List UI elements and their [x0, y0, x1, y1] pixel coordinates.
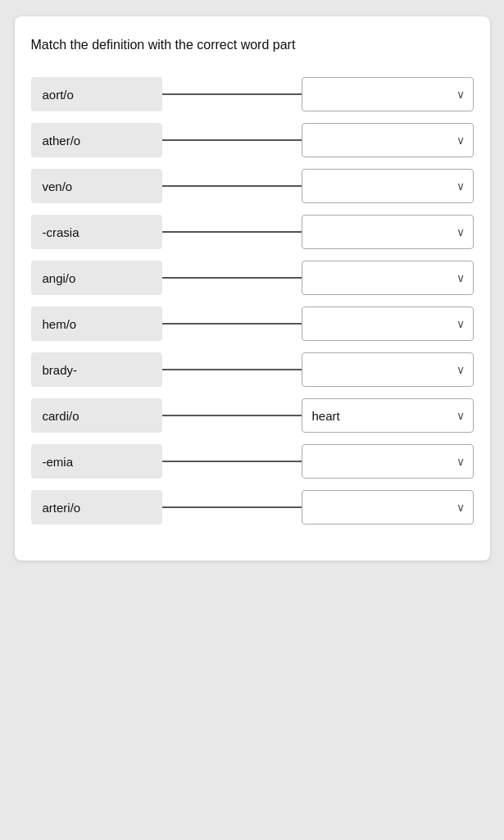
matching-card: Match the definition with the correct wo…: [15, 16, 490, 561]
connector-line: [162, 415, 302, 416]
connector-line: [162, 506, 302, 508]
dropdown-text-cardio: heart: [312, 409, 340, 423]
match-row: ather/o∨: [31, 123, 474, 157]
dropdown-athero[interactable]: ∨: [302, 123, 474, 157]
connector-line: [162, 323, 302, 325]
match-row: -crasia∨: [31, 215, 474, 249]
chevron-down-icon: ∨: [456, 271, 465, 284]
dropdown-hemo[interactable]: ∨: [302, 306, 474, 341]
match-row: angi/o∨: [31, 261, 474, 295]
connector-line: [162, 93, 302, 95]
term-box-brady: brady-: [31, 352, 162, 387]
instructions-title: Match the definition with the correct wo…: [31, 36, 474, 54]
dropdown-cardio[interactable]: heart∨: [302, 398, 474, 433]
match-row: arteri/o∨: [31, 490, 474, 524]
term-box-hemo: hem/o: [31, 306, 162, 341]
chevron-down-icon: ∨: [456, 455, 465, 468]
term-box-arterio: arteri/o: [31, 490, 162, 524]
match-row: cardi/oheart∨: [31, 398, 474, 433]
match-row: hem/o∨: [31, 306, 474, 341]
rows-container: aort/o∨ather/o∨ven/o∨-crasia∨angi/o∨hem/…: [31, 77, 474, 524]
term-box-emia: -emia: [31, 444, 162, 479]
chevron-down-icon: ∨: [456, 225, 465, 238]
chevron-down-icon: ∨: [456, 501, 465, 514]
chevron-down-icon: ∨: [456, 134, 465, 147]
dropdown-emia[interactable]: ∨: [302, 444, 474, 479]
chevron-down-icon: ∨: [456, 88, 465, 101]
connector-line: [162, 231, 302, 233]
match-row: ven/o∨: [31, 169, 474, 203]
chevron-down-icon: ∨: [456, 317, 465, 330]
connector-line: [162, 139, 302, 141]
dropdown-angio[interactable]: ∨: [302, 261, 474, 295]
dropdown-aorto[interactable]: ∨: [302, 77, 474, 111]
term-box-athero: ather/o: [31, 123, 162, 157]
match-row: -emia∨: [31, 444, 474, 479]
connector-line: [162, 277, 302, 279]
term-box-aorto: aort/o: [31, 77, 162, 111]
term-box-cardio: cardi/o: [31, 398, 162, 433]
term-box-crasia: -crasia: [31, 215, 162, 249]
dropdown-brady[interactable]: ∨: [302, 352, 474, 387]
dropdown-veno[interactable]: ∨: [302, 169, 474, 203]
dropdown-arterio[interactable]: ∨: [302, 490, 474, 524]
chevron-down-icon: ∨: [456, 409, 465, 422]
dropdown-crasia[interactable]: ∨: [302, 215, 474, 249]
match-row: brady-∨: [31, 352, 474, 387]
term-box-angio: angi/o: [31, 261, 162, 295]
connector-line: [162, 185, 302, 187]
match-row: aort/o∨: [31, 77, 474, 111]
term-box-veno: ven/o: [31, 169, 162, 203]
connector-line: [162, 461, 302, 462]
connector-line: [162, 369, 302, 370]
chevron-down-icon: ∨: [456, 179, 465, 193]
chevron-down-icon: ∨: [456, 363, 465, 376]
